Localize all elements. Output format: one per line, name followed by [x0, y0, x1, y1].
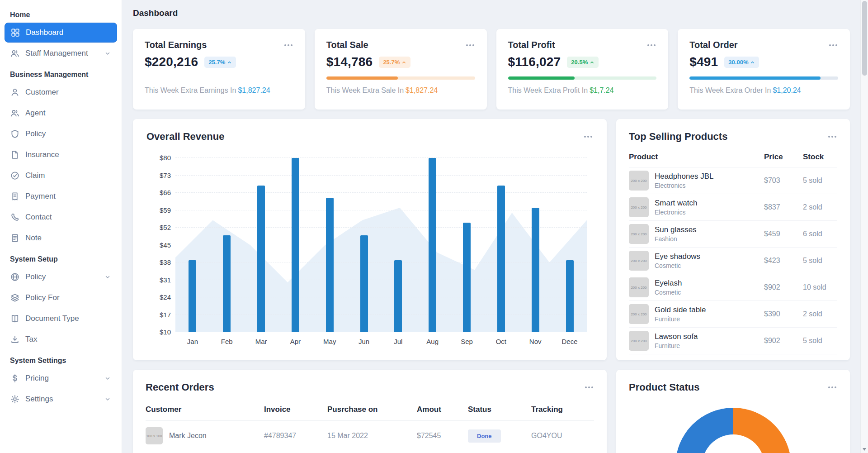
sidebar-item-contact[interactable]: Contact — [5, 207, 117, 227]
sidebar-item-label: Policy — [25, 272, 46, 281]
stat-value: $14,786 — [326, 55, 373, 69]
column-header-status: Status — [468, 405, 531, 414]
ellipsis-menu-icon[interactable] — [465, 42, 475, 49]
product-thumbnail: 200 x 200 — [629, 277, 649, 297]
ellipsis-menu-icon[interactable] — [584, 384, 594, 391]
sidebar-item-insurance[interactable]: Insurance — [5, 145, 117, 165]
product-price: $902 — [764, 337, 803, 345]
table-row[interactable]: 200 x 200EyelashCosmetic $902 10 sold — [629, 274, 837, 301]
revenue-bar — [189, 260, 196, 332]
top-products-header-row: Product Price Stock — [629, 153, 837, 167]
table-row[interactable]: 200 x 200Headphones JBLElectronics $703 … — [629, 167, 837, 194]
x-axis-label: May — [312, 338, 347, 345]
x-axis-label: Jan — [175, 338, 210, 345]
ellipsis-menu-icon[interactable] — [828, 42, 838, 49]
sidebar-item-agent[interactable]: Agent — [5, 103, 117, 123]
y-axis-label: $10 — [146, 328, 171, 336]
sidebar-item-pricing[interactable]: Pricing — [5, 368, 117, 388]
stat-value: $220,216 — [145, 55, 198, 69]
stat-title: Total Sale — [326, 40, 368, 50]
sidebar-section-home: Home — [10, 11, 112, 19]
sidebar-item-policy-for[interactable]: Policy For — [5, 288, 117, 308]
stat-desc: This Week Extra Earnings In$1,827.24 — [145, 86, 293, 95]
grid-line: $38 — [175, 262, 587, 262]
table-row[interactable]: 200 x 200Sun glassesFashion $459 6 sold — [629, 221, 837, 248]
sidebar-item-customer[interactable]: Customer — [5, 82, 117, 102]
revenue-bar — [497, 186, 505, 333]
product-thumbnail: 200 x 200 — [629, 197, 649, 217]
product-price: $459 — [764, 230, 803, 238]
ellipsis-menu-icon[interactable] — [827, 384, 837, 391]
revenue-bar — [394, 260, 402, 332]
product-stock: 6 sold — [803, 230, 837, 238]
order-amount: $72545 — [417, 432, 468, 440]
scrollbar-down-arrow-icon[interactable] — [863, 448, 866, 451]
sidebar-item-payment[interactable]: Payment — [5, 186, 117, 206]
stat-card-total-earnings: Total Earnings $220,216 25.7% This Week … — [133, 29, 305, 110]
contact-phone-icon — [10, 213, 19, 222]
sidebar-item-label: Policy For — [25, 293, 60, 302]
table-row[interactable]: 200 x 200Smart watchElectronics $837 2 s… — [629, 194, 837, 221]
ellipsis-menu-icon[interactable] — [283, 42, 293, 49]
scrollbar-thumb[interactable] — [862, 1, 867, 76]
recent-orders-header-row: Customer Invoice Pusrchase on Amout Stat… — [146, 405, 594, 421]
chevron-up-icon — [401, 60, 406, 65]
sidebar-item-policy-setup[interactable]: Policy — [5, 267, 117, 287]
product-stock: 5 sold — [803, 176, 837, 185]
stat-title: Total Earnings — [145, 40, 207, 50]
revenue-bar — [292, 158, 299, 332]
recent-orders-card: Recent Orders Customer Invoice Pusrchase… — [133, 370, 607, 453]
y-axis-label: $59 — [146, 206, 171, 214]
overall-revenue-card: Overall Revenue $80$73$66$59$52$45$38$31… — [133, 119, 607, 360]
product-thumbnail: 200 x 200 — [629, 331, 649, 351]
revenue-chart-title: Overall Revenue — [146, 131, 224, 143]
sidebar-item-note[interactable]: Note — [5, 228, 117, 248]
column-header-amount: Amout — [417, 405, 468, 414]
sidebar-item-settings[interactable]: Settings — [5, 389, 117, 409]
sidebar-item-label: Payment — [25, 192, 56, 201]
column-header-stock: Stock — [803, 153, 837, 162]
sidebar-item-claim[interactable]: Claim — [5, 166, 117, 186]
stat-desc-amount: $1,20.24 — [773, 86, 801, 94]
y-axis-label: $24 — [146, 293, 171, 301]
order-invoice: #4789347 — [264, 432, 327, 440]
grid-line: $52 — [175, 227, 587, 228]
sidebar-item-staff-management[interactable]: Staff Management — [5, 43, 117, 63]
status-badge: Done — [468, 429, 501, 443]
sidebar-item-document-type[interactable]: Document Type — [5, 309, 117, 329]
stat-value: $491 — [689, 55, 718, 69]
sidebar-item-label: Staff Management — [25, 49, 88, 58]
stat-card-total-order: Total Order $491 30.00% This Week Extra … — [678, 29, 850, 110]
sidebar-item-label: Claim — [25, 171, 45, 180]
grid-line: $59 — [175, 210, 587, 210]
y-axis-label: $80 — [146, 154, 171, 162]
product-stock: 2 sold — [803, 310, 837, 318]
sidebar-item-tax[interactable]: Tax — [5, 329, 117, 349]
top-products-title: Top Selling Products — [629, 131, 727, 143]
table-row[interactable]: 200 x 200Gold side tableFurniture $390 2… — [629, 301, 837, 328]
y-axis-label: $45 — [146, 241, 171, 249]
product-status-donut-chart — [675, 408, 791, 453]
product-category: Electronics — [655, 209, 697, 216]
table-row[interactable]: 200 x 200Lawson sofaFurniture $902 5 sol… — [629, 328, 837, 354]
revenue-bar — [532, 208, 539, 332]
revenue-bar — [566, 260, 574, 332]
sidebar-item-policy[interactable]: Policy — [5, 124, 117, 144]
tax-download-icon — [10, 335, 19, 344]
ellipsis-menu-icon[interactable] — [583, 133, 593, 140]
x-axis-label: Aug — [415, 338, 450, 345]
stat-badge: 25.7% — [204, 57, 236, 68]
sidebar-item-dashboard[interactable]: Dashboard — [5, 23, 117, 43]
ellipsis-menu-icon[interactable] — [646, 42, 656, 49]
chevron-up-icon — [227, 60, 232, 65]
ellipsis-menu-icon[interactable] — [827, 133, 837, 140]
table-row[interactable]: 100 x 100 Mark Jecon #4789347 15 Mar 202… — [146, 421, 594, 451]
product-category: Furniture — [655, 342, 698, 349]
table-row-partial[interactable]: 100 x 100 — [146, 451, 594, 453]
table-row[interactable]: 200 x 200Eye shadowsCosmetic $423 5 sold — [629, 248, 837, 274]
scrollbar[interactable] — [860, 0, 868, 453]
page-title: Dashboard — [133, 8, 861, 18]
product-category: Fashion — [655, 235, 697, 243]
revenue-bar — [429, 158, 436, 332]
stat-title: Total Order — [689, 40, 737, 50]
